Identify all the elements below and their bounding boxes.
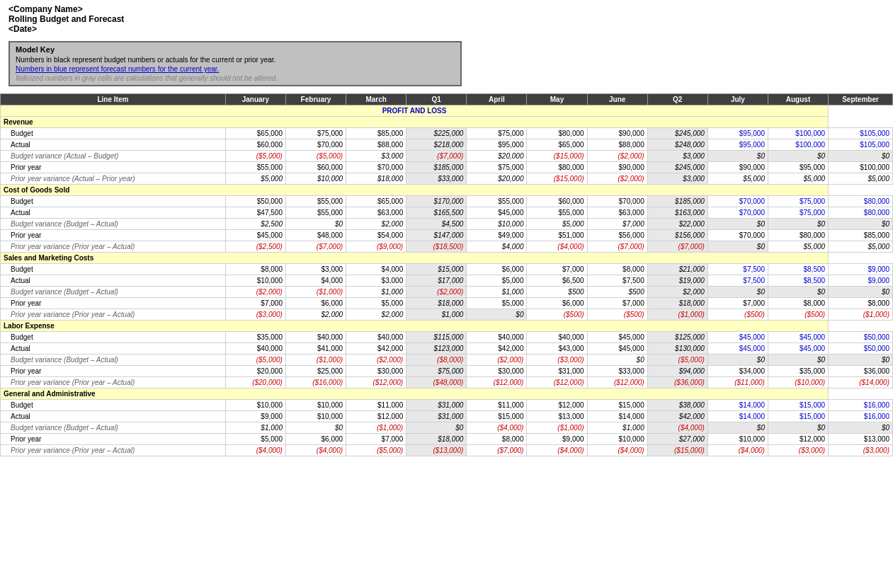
cell-value: $100,000 xyxy=(829,162,893,173)
cell-value: ($12,000) xyxy=(467,377,527,388)
cell-value: $2,000 xyxy=(647,287,707,298)
section-category: Revenue xyxy=(1,117,829,128)
cell-value: $80,000 xyxy=(527,162,587,173)
cell-value: ($20,000) xyxy=(225,377,285,388)
row-label: Prior year variance (Prior year – Actual… xyxy=(1,241,226,253)
cell-value: $13,000 xyxy=(527,411,587,422)
cell-value: $0 xyxy=(829,287,893,298)
cell-value: ($11,000) xyxy=(707,377,768,388)
cell-value: $0 xyxy=(285,219,346,230)
cell-value: $30,000 xyxy=(346,366,406,377)
table-row: Actual$60,000$70,000$88,000$218,000$95,0… xyxy=(1,139,893,151)
cell-value: $4,500 xyxy=(406,219,467,230)
cell-value: $0 xyxy=(768,151,828,162)
cell-value: $45,000 xyxy=(587,343,647,354)
cell-value: $35,000 xyxy=(225,332,285,343)
cell-value: $0 xyxy=(829,151,893,162)
row-label: Prior year xyxy=(1,298,226,309)
row-label: Prior year xyxy=(1,230,226,241)
cell-value: $10,000 xyxy=(587,434,647,445)
table-row: Prior year$20,000$25,000$30,000$75,000$3… xyxy=(1,366,893,377)
cell-value: $90,000 xyxy=(707,162,768,173)
cell-value: $0 xyxy=(768,354,828,366)
cell-value: $8,000 xyxy=(587,264,647,275)
cell-value: $20,000 xyxy=(225,366,285,377)
cell-value: $22,000 xyxy=(647,219,707,230)
cell-value: $0 xyxy=(707,151,768,162)
cell-value: ($7,000) xyxy=(587,241,647,253)
table-row: Budget variance (Budget – Actual)($5,000… xyxy=(1,354,893,366)
cell-value: $50,000 xyxy=(225,196,285,207)
cell-value: $60,000 xyxy=(285,162,346,173)
header-section: <Company Name> Rolling Budget and Foreca… xyxy=(0,0,893,37)
cell-value: $15,000 xyxy=(768,400,828,411)
cell-value: $7,000 xyxy=(527,264,587,275)
cell-value: $7,000 xyxy=(587,219,647,230)
section-category: Labor Expense xyxy=(1,321,829,332)
cell-value: $10,000 xyxy=(285,411,346,422)
cell-value: $3,000 xyxy=(647,173,707,185)
cell-value: $100,000 xyxy=(768,128,828,139)
cell-value: $6,500 xyxy=(527,275,587,287)
table-row: Budget$65,000$75,000$85,000$225,000$75,0… xyxy=(1,128,893,139)
cell-value: ($4,000) xyxy=(587,445,647,456)
table-row: Prior year$5,000$6,000$7,000$18,000$8,00… xyxy=(1,434,893,445)
row-label: Actual xyxy=(1,139,226,151)
cell-value: $5,000 xyxy=(707,173,768,185)
cell-value: $3,000 xyxy=(346,151,406,162)
table-row: Prior year$7,000$6,000$5,000$18,000$5,00… xyxy=(1,298,893,309)
cell-value: $63,000 xyxy=(346,207,406,219)
table-row: Actual$47,500$55,000$63,000$165,500$45,0… xyxy=(1,207,893,219)
cell-value: $5,000 xyxy=(225,434,285,445)
cell-value: $0 xyxy=(829,354,893,366)
cell-value: $0 xyxy=(768,219,828,230)
cell-value: $19,000 xyxy=(647,275,707,287)
table-row: Prior year$45,000$48,000$54,000$147,000$… xyxy=(1,230,893,241)
cell-value: ($15,000) xyxy=(647,445,707,456)
row-label: Budget xyxy=(1,400,226,411)
row-label: Budget variance (Budget – Actual) xyxy=(1,219,226,230)
cell-value: $95,000 xyxy=(707,139,768,151)
cell-value: $12,000 xyxy=(768,434,828,445)
cell-value: ($4,000) xyxy=(467,422,527,434)
cell-value: $245,000 xyxy=(647,128,707,139)
row-label: Actual xyxy=(1,411,226,422)
cell-value: $10,000 xyxy=(707,434,768,445)
cell-value: $18,000 xyxy=(406,434,467,445)
cell-value: $147,000 xyxy=(406,230,467,241)
cell-value: $36,000 xyxy=(829,366,893,377)
cell-value: $95,000 xyxy=(707,128,768,139)
cell-value: $7,000 xyxy=(587,298,647,309)
cell-value: $18,000 xyxy=(346,173,406,185)
cell-value: ($3,000) xyxy=(225,309,285,321)
cell-value: $14,000 xyxy=(587,411,647,422)
col-q2: Q2 xyxy=(647,94,707,105)
cell-value: $20,000 xyxy=(467,151,527,162)
cell-value: ($2,000) xyxy=(406,287,467,298)
table-row: Actual$40,000$41,000$42,000$123,000$42,0… xyxy=(1,343,893,354)
cell-value: $63,000 xyxy=(587,207,647,219)
cell-value: $80,000 xyxy=(829,207,893,219)
cell-value: ($5,000) xyxy=(647,354,707,366)
cell-value: $12,000 xyxy=(346,411,406,422)
budget-table: Line Item January February March Q1 Apri… xyxy=(0,93,893,456)
row-label: Prior year xyxy=(1,434,226,445)
cell-value: $2,500 xyxy=(225,219,285,230)
cell-value: ($1,000) xyxy=(647,309,707,321)
cell-value: $90,000 xyxy=(587,128,647,139)
cell-value: $85,000 xyxy=(829,230,893,241)
cell-value: $100,000 xyxy=(768,139,828,151)
cell-value: $14,000 xyxy=(707,400,768,411)
cell-value: $115,000 xyxy=(406,332,467,343)
row-label: Actual xyxy=(1,207,226,219)
cell-value: $45,000 xyxy=(768,343,828,354)
cell-value: ($3,000) xyxy=(527,354,587,366)
cell-value: $75,000 xyxy=(768,196,828,207)
cell-value: ($500) xyxy=(527,309,587,321)
cell-value: $3,000 xyxy=(285,264,346,275)
cell-value: $60,000 xyxy=(225,139,285,151)
cell-value: $80,000 xyxy=(527,128,587,139)
cell-value: $156,000 xyxy=(647,230,707,241)
cell-value: $70,000 xyxy=(707,207,768,219)
row-label: Budget variance (Budget – Actual) xyxy=(1,287,226,298)
